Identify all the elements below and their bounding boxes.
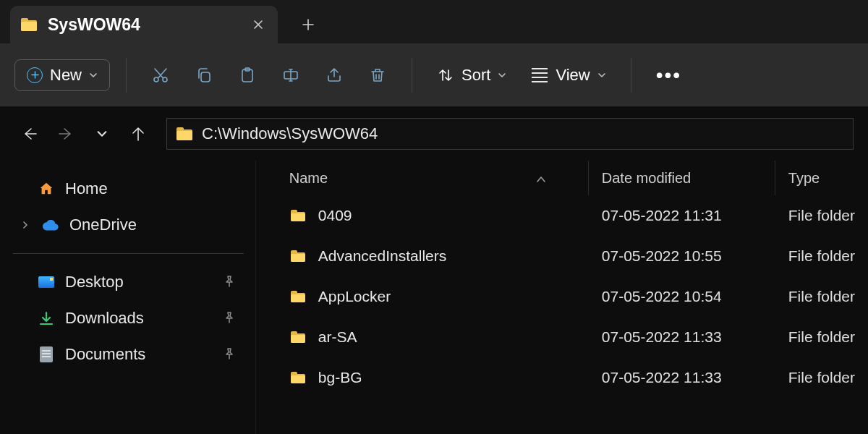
up-button[interactable] xyxy=(123,119,153,149)
svg-rect-2 xyxy=(201,72,210,82)
file-type: File folder xyxy=(788,247,855,264)
column-label: Name xyxy=(289,170,328,187)
close-tab-button[interactable] xyxy=(252,18,265,31)
separator xyxy=(126,58,127,93)
sidebar-item-label: OneDrive xyxy=(69,216,137,234)
pin-icon xyxy=(224,309,235,328)
separator xyxy=(13,253,244,254)
sidebar-item-label: Desktop xyxy=(65,273,124,292)
tab-strip: SysWOW64 xyxy=(0,0,868,43)
file-type: File folder xyxy=(788,328,855,345)
file-name: 0409 xyxy=(318,207,352,224)
desktop-icon xyxy=(38,273,55,291)
new-button-label: New xyxy=(50,66,82,85)
file-date: 07-05-2022 10:54 xyxy=(602,288,722,305)
folder-icon xyxy=(289,328,307,346)
paste-button[interactable] xyxy=(229,57,265,93)
separator xyxy=(412,58,412,93)
sidebar-item-desktop[interactable]: Desktop xyxy=(9,264,248,300)
chevron-down-icon xyxy=(89,71,98,80)
chevron-down-icon xyxy=(597,71,606,80)
folder-icon xyxy=(289,247,307,265)
address-bar[interactable] xyxy=(166,118,854,150)
nav-row xyxy=(0,107,868,161)
ellipsis-icon: ••• xyxy=(656,64,681,87)
download-icon xyxy=(38,310,55,327)
recent-locations-button[interactable] xyxy=(87,119,117,149)
file-type: File folder xyxy=(788,288,855,305)
chevron-right-icon xyxy=(19,221,32,229)
cut-button[interactable] xyxy=(142,57,179,93)
view-icon xyxy=(531,67,548,84)
delete-button[interactable] xyxy=(359,57,396,93)
sort-button-label: Sort xyxy=(461,66,490,85)
more-button[interactable]: ••• xyxy=(647,58,690,93)
column-headers: Name Date modified Type xyxy=(256,161,868,195)
plus-circle-icon xyxy=(27,67,43,83)
sort-asc-icon xyxy=(536,170,575,187)
table-row[interactable]: bg-BG07-05-2022 11:33File folder xyxy=(256,357,868,398)
folder-icon xyxy=(289,207,307,224)
sidebar-item-downloads[interactable]: Downloads xyxy=(9,300,248,336)
back-button[interactable] xyxy=(14,119,45,149)
forward-button[interactable] xyxy=(51,119,81,149)
sidebar-item-home[interactable]: Home xyxy=(9,171,248,207)
window-tab[interactable]: SysWOW64 xyxy=(10,6,278,43)
file-date: 07-05-2022 11:33 xyxy=(602,369,722,386)
column-label: Type xyxy=(788,170,820,187)
column-header-type[interactable]: Type xyxy=(775,161,868,195)
table-row[interactable]: AppLocker07-05-2022 10:54File folder xyxy=(256,276,868,317)
sidebar-item-onedrive[interactable]: OneDrive xyxy=(9,207,248,243)
folder-icon xyxy=(289,288,307,305)
pin-icon xyxy=(224,273,235,292)
view-button[interactable]: View xyxy=(522,60,614,90)
new-button[interactable]: New xyxy=(14,59,110,91)
table-row[interactable]: AdvancedInstallers07-05-2022 10:55File f… xyxy=(256,236,868,276)
table-row[interactable]: 040907-05-2022 11:31File folder xyxy=(256,195,868,236)
sidebar: Home OneDrive Desktop Downloads xyxy=(0,161,255,434)
file-type: File folder xyxy=(788,207,855,224)
file-name: ar-SA xyxy=(318,328,357,346)
file-name: AppLocker xyxy=(318,288,391,305)
cloud-icon xyxy=(42,216,59,234)
table-row[interactable]: ar-SA07-05-2022 11:33File folder xyxy=(256,317,868,357)
folder-icon xyxy=(20,16,38,33)
sidebar-item-documents[interactable]: Documents xyxy=(9,336,248,373)
file-type: File folder xyxy=(788,369,855,386)
share-button[interactable] xyxy=(316,57,352,93)
sidebar-item-label: Documents xyxy=(65,345,145,364)
chevron-down-icon xyxy=(498,71,506,80)
sidebar-item-label: Home xyxy=(65,179,108,198)
column-header-date[interactable]: Date modified xyxy=(589,161,775,195)
home-icon xyxy=(38,180,55,197)
sort-button[interactable]: Sort xyxy=(428,60,515,90)
file-date: 07-05-2022 11:33 xyxy=(602,328,722,345)
document-icon xyxy=(38,346,55,363)
tab-title: SysWOW64 xyxy=(48,15,140,35)
file-rows: 040907-05-2022 11:31File folderAdvancedI… xyxy=(256,195,868,398)
pin-icon xyxy=(224,345,235,364)
folder-icon xyxy=(176,125,193,142)
view-button-label: View xyxy=(556,66,590,85)
column-header-name[interactable]: Name xyxy=(256,161,589,195)
file-name: AdvancedInstallers xyxy=(318,247,446,265)
new-tab-button[interactable] xyxy=(292,9,324,41)
sort-icon xyxy=(437,67,454,84)
toolbar: New Sort View ••• xyxy=(0,43,868,107)
file-date: 07-05-2022 11:31 xyxy=(602,207,722,224)
file-date: 07-05-2022 10:55 xyxy=(602,247,722,264)
separator xyxy=(631,58,631,93)
address-input[interactable] xyxy=(202,124,844,143)
file-name: bg-BG xyxy=(318,369,362,386)
rename-button[interactable] xyxy=(273,57,309,93)
folder-icon xyxy=(289,369,307,386)
column-label: Date modified xyxy=(602,170,691,187)
file-pane: Name Date modified Type 040907-05-2022 1… xyxy=(255,161,868,434)
copy-button[interactable] xyxy=(186,57,222,93)
sidebar-item-label: Downloads xyxy=(65,309,144,328)
